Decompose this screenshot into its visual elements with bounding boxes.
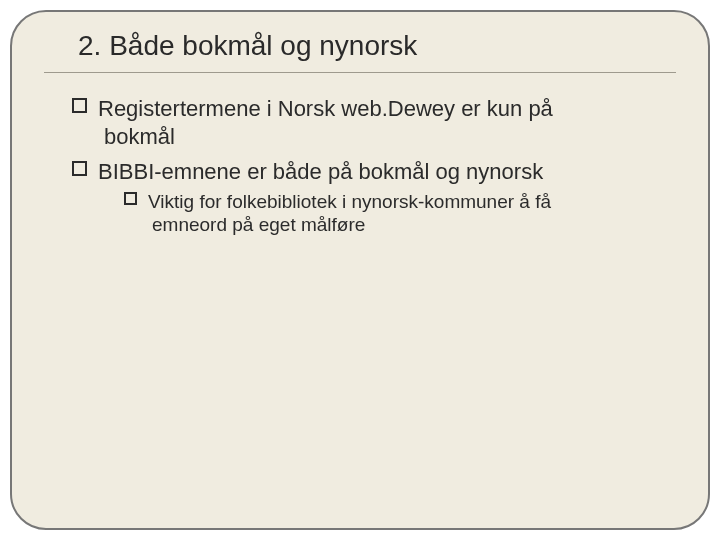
slide-body: Registertermene i Norsk web.Dewey er kun… <box>44 95 676 237</box>
square-bullet-icon <box>124 192 137 205</box>
bullet-text: Viktig for folkebibliotek i nynorsk-komm… <box>148 191 551 212</box>
square-bullet-icon <box>72 161 87 176</box>
slide-frame: 2. Både bokmål og nynorsk Registertermen… <box>10 10 710 530</box>
bullet-level1: Registertermene i Norsk web.Dewey er kun… <box>72 95 666 150</box>
bullet-text: Registertermene i Norsk web.Dewey er kun… <box>98 96 553 121</box>
bullet-level1: BIBBI-emnene er både på bokmål og nynors… <box>72 158 666 237</box>
title-block: 2. Både bokmål og nynorsk <box>44 26 676 73</box>
bullet-text-cont: emneord på eget målføre <box>148 213 666 237</box>
bullet-level2: Viktig for folkebibliotek i nynorsk-komm… <box>124 190 666 238</box>
slide-title: 2. Både bokmål og nynorsk <box>78 30 417 61</box>
bullet-text: BIBBI-emnene er både på bokmål og nynors… <box>98 159 543 184</box>
square-bullet-icon <box>72 98 87 113</box>
bullet-text-cont: bokmål <box>98 123 666 151</box>
